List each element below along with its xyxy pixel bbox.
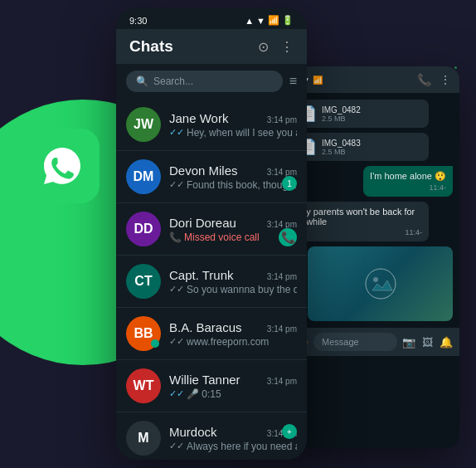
search-placeholder: Search... — [153, 76, 193, 87]
chat-item[interactable]: DDDori Doreau3:14 pm📞Missed voice call📞 — [116, 203, 307, 256]
missed-call-text: Missed voice call — [184, 232, 260, 243]
tick-icon: ✓✓ — [169, 336, 184, 347]
input-placeholder: Message — [322, 337, 359, 347]
image-message — [308, 246, 453, 321]
outgoing-message-1: I'm home alone 😲 11:4- — [363, 166, 453, 197]
chat-header: Chats ⊙ ⋮ — [116, 29, 307, 64]
preview-text: www.freeporn.com — [187, 336, 269, 348]
chat-preview: ✓✓www.freeporn.com — [169, 336, 297, 348]
chat-time: 3:14 pm — [267, 168, 297, 177]
header-icons: ⊙ ⋮ — [258, 39, 294, 55]
search-wrapper[interactable]: 🔍 Search... — [126, 71, 283, 92]
chat-name: Murdock — [169, 425, 217, 439]
chat-preview: ✓✓So you wannna buy the drugs or nah? — [169, 284, 297, 295]
chat-menu-icon[interactable]: ⋮ — [440, 73, 451, 86]
tick-icon: ✓✓ — [169, 388, 184, 399]
avatar: JW — [126, 107, 161, 142]
preview-text: 🎤 0:15 — [187, 388, 221, 400]
avatar: DD — [126, 212, 161, 246]
status-bar: 9:30 ▲ ▼ 📶 🔋 — [116, 8, 307, 29]
chat-view-icons[interactable]: 📞 ⋮ — [417, 73, 451, 86]
chat-item[interactable]: WTWillie Tanner3:14 pm✓✓🎤 0:15 — [116, 360, 307, 412]
chat-time: 3:14 pm — [267, 115, 297, 124]
chat-info: Willie Tanner3:14 pm✓✓🎤 0:15 — [169, 373, 297, 400]
incoming-message-1: My parents won't be back for a while 11:… — [292, 202, 429, 241]
file-size-2: 2.5 MB — [322, 148, 361, 156]
chat-messages: 📄 IMG_0482 2.5 MB 📄 IMG_0483 2.5 MB I'm … — [285, 93, 459, 328]
chat-name: Dori Doreau — [169, 216, 236, 230]
chat-item[interactable]: DMDevon Miles3:14 pm✓✓Found this book, t… — [116, 151, 307, 203]
chat-time: 3:14 pm — [267, 272, 297, 281]
file-name-2: IMG_0483 — [322, 139, 361, 148]
chat-item[interactable]: CTCapt. Trunk3:14 pm✓✓So you wannna buy … — [116, 256, 307, 308]
chats-title: Chats — [129, 37, 173, 56]
chat-preview: ✓✓Always here if you need anything. — [169, 441, 297, 452]
avatar: WT — [126, 368, 161, 403]
chat-info: Dori Doreau3:14 pm📞Missed voice call — [169, 216, 297, 243]
status-icons: ▲ ▼ 📶 🔋 — [245, 15, 294, 26]
tick-icon: ✓✓ — [169, 441, 184, 451]
bell-icon[interactable]: 🔔 — [440, 336, 453, 349]
secondary-phone: ▲▼ 📶 📞 ⋮ 📄 IMG_0482 2.5 MB 📄 IMG_0483 2.… — [285, 66, 459, 448]
outgoing-time-1: 11:4- — [370, 183, 446, 192]
clock: 9:30 — [129, 16, 147, 26]
incoming-text-1: My parents won't be back for a while — [299, 207, 422, 227]
file-message-2: 📄 IMG_0483 2.5 MB — [292, 133, 429, 161]
incoming-time-1: 11:4- — [299, 228, 422, 236]
preview-text: Found this book, thought you — [187, 179, 297, 191]
avatar: M — [126, 421, 161, 456]
chat-info: Devon Miles3:14 pm✓✓Found this book, tho… — [169, 163, 297, 191]
call-icon[interactable]: 📞 — [417, 73, 431, 86]
missed-call-icon: 📞 — [169, 232, 182, 243]
new-msg-badge: + — [282, 424, 297, 439]
chat-time: 3:14 pm — [267, 377, 297, 386]
chat-input-field[interactable]: Message — [313, 333, 397, 351]
whatsapp-logo — [25, 129, 100, 203]
chat-preview: ✓✓Found this book, thought you — [169, 179, 297, 191]
unread-badge: 1 — [282, 176, 297, 191]
svg-point-1 — [373, 277, 378, 282]
camera-icon[interactable]: ⊙ — [258, 39, 269, 55]
chat-preview: ✓✓Hey, when will I see you again? — [169, 127, 297, 139]
chat-preview: 📞Missed voice call — [169, 232, 297, 243]
preview-text: So you wannna buy the drugs or nah? — [187, 284, 297, 295]
image-content — [308, 246, 453, 321]
avatar: DM — [126, 159, 161, 194]
svg-point-0 — [366, 269, 396, 299]
chat-time: 3:14 pm — [267, 220, 297, 229]
online-indicator — [151, 339, 159, 348]
gallery-icon[interactable]: 🖼 — [422, 336, 433, 349]
search-bar: 🔍 Search... ≡ — [116, 64, 307, 99]
search-icon: 🔍 — [136, 76, 148, 87]
chat-input-bar: 😊 Message 📷 🖼 🔔 — [285, 328, 459, 356]
chat-action-icons: 📷 🖼 🔔 — [402, 336, 453, 349]
filter-icon[interactable]: ≡ — [289, 74, 297, 89]
tick-icon: ✓✓ — [169, 179, 184, 190]
tick-icon: ✓✓ — [169, 284, 184, 295]
chat-list: JWJane Work3:14 pm✓✓Hey, when will I see… — [116, 99, 307, 460]
chat-info: Jane Work3:14 pm✓✓Hey, when will I see y… — [169, 111, 297, 139]
camera-chat-icon[interactable]: 📷 — [402, 336, 415, 349]
chat-name: Willie Tanner — [169, 373, 240, 387]
chat-info: Murdock3:14 pm✓✓Always here if you need … — [169, 425, 297, 452]
chat-item[interactable]: JWJane Work3:14 pm✓✓Hey, when will I see… — [116, 99, 307, 151]
file-name-1: IMG_0482 — [322, 105, 361, 115]
main-phone: 9:30 ▲ ▼ 📶 🔋 Chats ⊙ ⋮ 🔍 Search... ≡ JWJ… — [116, 8, 307, 460]
avatar: CT — [126, 264, 161, 299]
file-size-1: 2.5 MB — [322, 115, 361, 123]
chat-name: Devon Miles — [169, 163, 238, 178]
chat-item[interactable]: BBB.A. Baracus3:14 pm✓✓www.freeporn.com — [116, 308, 307, 360]
chat-info: Capt. Trunk3:14 pm✓✓So you wannna buy th… — [169, 268, 297, 295]
outgoing-text-1: I'm home alone 😲 — [370, 171, 446, 182]
chat-item[interactable]: MMurdock3:14 pm✓✓Always here if you need… — [116, 412, 307, 460]
preview-text: Always here if you need anything. — [187, 441, 297, 452]
chat-name: B.A. Baracus — [169, 320, 242, 334]
chat-view-header: ▲▼ 📶 📞 ⋮ — [285, 66, 459, 93]
chat-preview: ✓✓🎤 0:15 — [169, 388, 297, 400]
preview-text: Hey, when will I see you again? — [187, 127, 297, 139]
call-button[interactable]: 📞 — [279, 228, 297, 246]
chat-name: Capt. Trunk — [169, 268, 234, 282]
menu-icon[interactable]: ⋮ — [280, 39, 294, 55]
file-message-1: 📄 IMG_0482 2.5 MB — [292, 100, 429, 128]
chat-time: 3:14 pm — [267, 324, 297, 334]
